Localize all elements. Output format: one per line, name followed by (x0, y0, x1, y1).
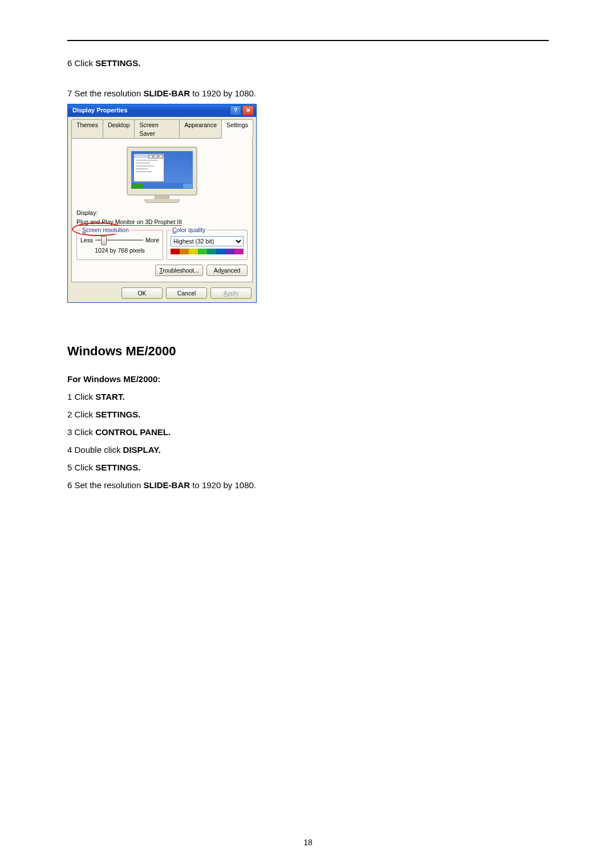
horizontal-rule (67, 40, 549, 41)
apply-button[interactable]: Apply (210, 287, 252, 299)
slider-more-label: More (145, 236, 159, 245)
monitor-graphic (125, 147, 199, 203)
dialog-titlebar: Display Properties ? ✕ (68, 104, 256, 117)
step-6-bold: SETTINGS. (95, 58, 140, 68)
me2000-step-1: 1 Click START. (67, 391, 549, 403)
page-number: 18 (0, 838, 616, 847)
me2000-step-2: 2 Click SETTINGS. (67, 408, 549, 420)
color-quality-accel: C (172, 226, 177, 233)
cancel-button[interactable]: Cancel (166, 287, 207, 299)
troubleshoot-button[interactable]: Troubleshoot... (155, 265, 203, 276)
section-heading-me2000: Windows ME/2000 (67, 343, 549, 360)
body-content: 6 Click SETTINGS. 7 Set the resolution S… (67, 57, 549, 491)
tab-desktop[interactable]: Desktop (103, 119, 135, 139)
resolution-slider-row: Less More (80, 236, 159, 245)
slider-less-label: Less (80, 236, 93, 245)
color-quality-dropdown[interactable]: Highest (32 bit) (171, 236, 244, 246)
me2000-step-3: 3 Click CONTROL PANEL. (67, 426, 549, 438)
panel-buttons: Troubleshoot... Advanced (76, 265, 248, 276)
display-properties-dialog: Display Properties ? ✕ Themes Desktop Sc… (67, 104, 257, 303)
display-value: Plug and Play Monitor on 3D Prophet III (76, 218, 248, 226)
screen-resolution-label: Screen resolution (80, 226, 131, 234)
help-button[interactable]: ? (230, 106, 241, 116)
settings-tab-panel: Display: Plug and Play Monitor on 3D Pro… (71, 138, 253, 282)
tab-settings[interactable]: Settings (221, 119, 253, 139)
display-value-text: Plug and Play Monitor on 3D Prophet III (76, 218, 182, 226)
step-7-bold: SLIDE-BAR (143, 88, 190, 98)
advanced-button[interactable]: Advanced (206, 265, 248, 276)
document-page: 6 Click SETTINGS. 7 Set the resolution S… (0, 0, 616, 864)
resolution-value: 1024 by 768 pixels (80, 246, 159, 255)
screen-resolution-group: Screen resolution Less More 1024 by 768 … (76, 230, 163, 260)
color-quality-label: Color quality (171, 226, 207, 234)
tab-screensaver[interactable]: Screen Saver (134, 119, 180, 139)
dialog-title: Display Properties (70, 106, 128, 115)
color-quality-group: Color quality Highest (32 bit) (167, 230, 248, 260)
step-6-prefix: 6 Click (67, 58, 95, 68)
dialog-buttons: OK Cancel Apply (68, 286, 256, 302)
step-7-prefix: 7 Set the resolution (67, 88, 143, 98)
step-6: 6 Click SETTINGS. (67, 57, 549, 69)
tab-themes[interactable]: Themes (71, 119, 103, 139)
monitor-preview (76, 147, 248, 203)
me2000-step-6: 6 Set the resolution SLIDE-BAR to 1920 b… (67, 479, 549, 491)
titlebar-buttons: ? ✕ (230, 106, 254, 116)
me2000-intro: For Windows ME/2000: (67, 373, 549, 385)
step-7: 7 Set the resolution SLIDE-BAR to 1920 b… (67, 87, 549, 99)
ok-button[interactable]: OK (121, 287, 163, 299)
color-gradient-strip (171, 249, 244, 254)
step-7-suffix: to 1920 by 1080. (190, 88, 256, 98)
close-button[interactable]: ✕ (242, 106, 254, 116)
tab-appearance[interactable]: Appearance (179, 119, 222, 139)
me2000-step-5: 5 Click SETTINGS. (67, 461, 549, 473)
screen-resolution-accel: S (82, 226, 86, 233)
mini-window-icon (133, 153, 164, 182)
settings-groups-row: Screen resolution Less More 1024 by 768 … (76, 230, 248, 260)
me2000-step-4: 4 Double click DISPLAY. (67, 444, 549, 456)
display-label: Display: (76, 209, 248, 217)
slider-thumb[interactable] (101, 236, 107, 245)
tab-row: Themes Desktop Screen Saver Appearance S… (68, 117, 256, 139)
resolution-slider[interactable] (95, 236, 143, 244)
